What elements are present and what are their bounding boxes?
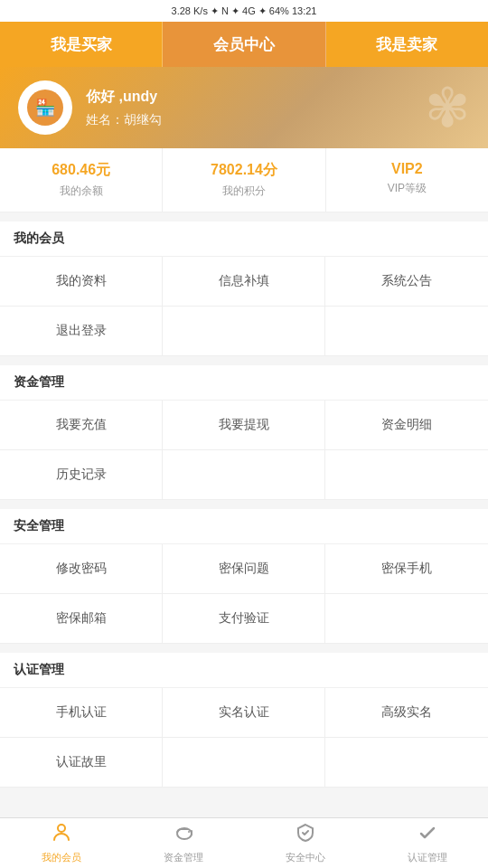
tab-label-3: 认证管理 [408,851,447,864]
stat-item-2: VIP2VIP等级 [326,148,488,212]
section-title-1: 资金管理 [0,365,488,401]
menu-grid-3: 手机认证实名认证高级实名认证故里 [0,688,488,788]
menu-item-3-2[interactable]: 高级实名 [325,688,488,738]
menu-item-empty-0-1 [325,307,488,356]
menu-item-2-2[interactable]: 密保手机 [325,544,488,594]
menu-grid-0: 我的资料信息补填系统公告退出登录 [0,257,488,356]
menu-item-0-1[interactable]: 信息补填 [163,257,325,307]
menu-item-0-3[interactable]: 退出登录 [0,307,163,356]
menu-item-empty-2-0 [325,594,488,644]
stat-value-0: 680.46元 [9,161,153,180]
menu-item-3-3[interactable]: 认证故里 [0,738,163,788]
section-3: 认证管理手机认证实名认证高级实名认证故里 [0,653,488,788]
stat-item-1: 7802.14分我的积分 [163,148,325,212]
top-nav: 我是买家会员中心我是卖家 [0,22,488,67]
menu-grid-2: 修改密码密保问题密保手机密保邮箱支付验证 [0,544,488,644]
bottom-tab-bar: 我的会员资金管理安全中心认证管理 [0,817,488,868]
section-title-3: 认证管理 [0,653,488,688]
greeting-text: 你好 ,undy [86,88,162,107]
stat-value-2: VIP2 [335,161,479,177]
svg-point-2 [58,825,65,832]
profile-info: 你好 ,undy 姓名：胡继勾 [86,88,162,128]
menu-item-empty-3-1 [325,738,488,788]
menu-item-empty-3-0 [163,738,325,788]
top-nav-item-2[interactable]: 我是卖家 [326,22,488,67]
tab-label-1: 资金管理 [164,851,203,864]
tab-label-0: 我的会员 [42,851,81,864]
tab-item-3[interactable]: 认证管理 [366,818,488,868]
svg-point-4 [188,831,190,833]
menu-item-1-0[interactable]: 我要充值 [0,401,163,450]
name-text: 姓名：胡继勾 [86,112,162,128]
section-0: 我的会员我的资料信息补填系统公告退出登录 [0,222,488,356]
menu-item-3-0[interactable]: 手机认证 [0,688,163,738]
menu-item-0-0[interactable]: 我的资料 [0,257,163,307]
menu-item-empty-1-0 [163,450,325,500]
tab-label-2: 安全中心 [286,851,325,864]
svg-text:🏪: 🏪 [35,98,56,118]
menu-item-2-1[interactable]: 密保问题 [163,544,325,594]
menu-item-1-2[interactable]: 资金明细 [325,401,488,450]
section-title-0: 我的会员 [0,222,488,257]
stat-label-0: 我的余额 [9,184,153,199]
decoration: ✾ [425,76,470,139]
tab-item-0[interactable]: 我的会员 [0,818,122,868]
section-title-2: 安全管理 [0,509,488,544]
top-nav-item-0[interactable]: 我是买家 [0,22,163,67]
profile-header: 🏪 你好 ,undy 姓名：胡继勾 ✾ [0,67,488,148]
menu-item-1-3[interactable]: 历史记录 [0,450,163,500]
avatar: 🏪 [18,80,72,135]
menu-item-empty-1-1 [325,450,488,500]
tab-icon-0 [51,822,72,849]
status-bar: 3.28 K/s ✦ N ✦ 4G ✦ 64% 13:21 [0,0,488,22]
stat-label-2: VIP等级 [335,181,479,196]
menu-item-2-3[interactable]: 密保邮箱 [0,594,163,644]
tab-item-1[interactable]: 资金管理 [122,818,244,868]
tab-icon-3 [417,822,438,849]
menu-item-2-0[interactable]: 修改密码 [0,544,163,594]
menu-item-1-1[interactable]: 我要提现 [163,401,325,450]
menu-item-3-1[interactable]: 实名认证 [163,688,325,738]
status-text: 3.28 K/s ✦ N ✦ 4G ✦ 64% 13:21 [172,5,317,17]
tab-icon-1 [173,822,194,849]
menu-item-empty-0-0 [163,307,325,356]
menu-item-2-4[interactable]: 支付验证 [163,594,325,644]
stats-row: 680.46元我的余额7802.14分我的积分VIP2VIP等级 [0,148,488,212]
menu-grid-1: 我要充值我要提现资金明细历史记录 [0,401,488,500]
sections-container: 我的会员我的资料信息补填系统公告退出登录资金管理我要充值我要提现资金明细历史记录… [0,222,488,788]
section-1: 资金管理我要充值我要提现资金明细历史记录 [0,365,488,500]
section-2: 安全管理修改密码密保问题密保手机密保邮箱支付验证 [0,509,488,644]
tab-icon-2 [295,822,316,849]
menu-item-0-2[interactable]: 系统公告 [325,257,488,307]
stat-value-1: 7802.14分 [172,161,315,180]
stat-item-0: 680.46元我的余额 [0,148,163,212]
tab-item-2[interactable]: 安全中心 [244,818,366,868]
stat-label-1: 我的积分 [172,184,315,199]
top-nav-item-1[interactable]: 会员中心 [163,22,325,67]
